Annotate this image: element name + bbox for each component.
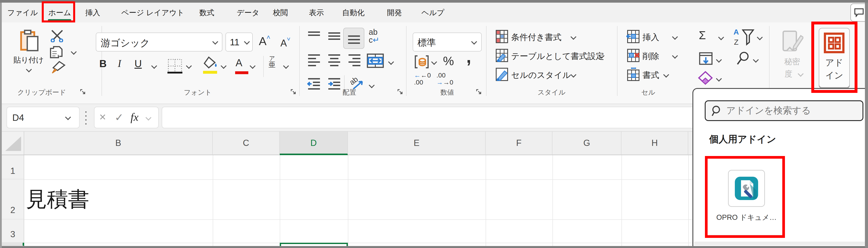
clipboard-group-label: クリップボード: [11, 88, 72, 97]
copy-icon[interactable]: [50, 46, 65, 58]
addin-search-box[interactable]: [705, 100, 863, 121]
tab-file[interactable]: ファイル: [7, 3, 38, 23]
column-header-G[interactable]: G: [553, 132, 621, 155]
merge-center-icon[interactable]: [367, 53, 384, 68]
group-separator: [617, 26, 618, 96]
column-header-E[interactable]: E: [348, 132, 486, 155]
percent-style-button[interactable]: %: [443, 54, 454, 68]
decrease-indent-icon[interactable]: [307, 77, 321, 91]
tab-view[interactable]: 表示: [309, 3, 324, 23]
frame-bottom: [2, 246, 865, 248]
name-box[interactable]: D4: [7, 107, 80, 128]
clipboard-dialog-launcher-icon[interactable]: [80, 88, 86, 95]
active-cell-selection[interactable]: [280, 243, 348, 246]
paste-button[interactable]: 貼り付け: [9, 26, 48, 77]
name-box-value: D4: [12, 112, 24, 123]
gridline: [486, 155, 486, 246]
paste-dropdown-chevron-icon[interactable]: [26, 66, 32, 73]
number-format-select[interactable]: 標準: [413, 33, 482, 52]
align-bottom-button-selected[interactable]: [343, 28, 364, 49]
align-top-icon[interactable]: [307, 31, 321, 43]
conditional-formatting-button[interactable]: 条件付き書式: [511, 32, 561, 43]
row-header-2[interactable]: 2: [2, 180, 24, 219]
insert-cells-button[interactable]: 挿入: [643, 32, 659, 43]
insert-function-button[interactable]: fx: [130, 111, 138, 123]
formula-bar-grip[interactable]: [85, 111, 87, 125]
tab-page-layout[interactable]: ページ レイアウト: [121, 3, 184, 23]
align-center-icon[interactable]: [328, 54, 341, 68]
cells-group-label: セル: [633, 88, 663, 97]
panel-scrollbar[interactable]: [694, 242, 868, 245]
row-header-4-selected[interactable]: [2, 243, 24, 246]
styles-group-label: スタイル: [525, 88, 578, 97]
excel-window: { "tabs": { "items": [ {"label":"ファイル"},…: [0, 0, 868, 248]
increase-decimal-button[interactable]: ←←0 .00: [414, 72, 431, 86]
format-painter-icon[interactable]: [49, 61, 66, 74]
delete-cells-icon[interactable]: [626, 48, 640, 62]
font-name-select[interactable]: 游ゴシック: [96, 33, 222, 52]
insert-cells-icon[interactable]: [626, 29, 640, 44]
conditional-formatting-icon[interactable]: [495, 29, 509, 44]
cell-b2-text[interactable]: 見積書: [26, 185, 89, 214]
wrap-text-icon[interactable]: ab c↵: [369, 28, 379, 44]
borders-icon[interactable]: [166, 58, 183, 74]
format-cells-icon[interactable]: [626, 67, 640, 81]
tab-help[interactable]: ヘルプ: [422, 3, 444, 23]
autosum-button[interactable]: Σ: [699, 29, 706, 42]
tab-review[interactable]: 校閲: [273, 3, 288, 23]
decrease-decimal-button[interactable]: .00 →→0: [436, 72, 453, 86]
number-dialog-launcher-icon[interactable]: [475, 88, 482, 95]
comma-style-button[interactable]: ,: [466, 47, 471, 67]
tab-formulas[interactable]: 数式: [199, 3, 214, 23]
align-bottom-icon: [347, 33, 361, 45]
fx-chevron-icon[interactable]: [146, 115, 151, 120]
fill-color-icon[interactable]: [203, 56, 218, 70]
column-header-F[interactable]: F: [486, 132, 553, 155]
phonetic-guide-button[interactable]: ア 亜: [269, 55, 276, 68]
format-as-table-button[interactable]: テーブルとして書式設定: [511, 51, 604, 62]
addin-search-input[interactable]: [726, 103, 859, 118]
align-right-icon[interactable]: [348, 54, 361, 68]
comment-icon: [854, 8, 864, 17]
align-middle-icon[interactable]: [328, 30, 341, 44]
shrink-font-button[interactable]: A˅: [280, 36, 290, 49]
font-name-chevron-icon: [212, 39, 218, 45]
cell-styles-icon[interactable]: [495, 67, 509, 81]
find-select-icon[interactable]: [737, 51, 751, 65]
align-left-icon[interactable]: [307, 54, 321, 68]
underline-button[interactable]: U: [134, 58, 142, 70]
tab-developer[interactable]: 開発: [387, 3, 402, 23]
cancel-button[interactable]: ×: [99, 110, 106, 123]
paste-icon: [19, 29, 41, 52]
format-as-table-icon[interactable]: [495, 48, 509, 62]
cut-icon[interactable]: [49, 29, 65, 42]
row-header-3[interactable]: 3: [2, 219, 24, 243]
font-dialog-launcher-icon[interactable]: [290, 88, 297, 95]
group-divider: [263, 56, 264, 77]
fill-down-icon[interactable]: [699, 52, 713, 65]
italic-button[interactable]: I: [118, 58, 121, 69]
grow-font-button[interactable]: A˄: [259, 33, 270, 48]
personal-addins-title: 個人用アドイン: [709, 133, 776, 146]
format-cells-button[interactable]: 書式: [643, 70, 659, 81]
column-header-B[interactable]: B: [24, 132, 213, 155]
font-size-select[interactable]: 11: [225, 33, 253, 52]
row-header-1[interactable]: 1: [2, 155, 24, 180]
enter-button[interactable]: ✓: [115, 111, 124, 123]
clear-icon[interactable]: [698, 71, 713, 85]
bold-button[interactable]: B: [99, 58, 106, 70]
name-box-chevron-icon[interactable]: [65, 114, 71, 120]
select-all-button[interactable]: [2, 132, 24, 155]
alignment-dialog-launcher-icon[interactable]: [397, 88, 403, 95]
tab-automate[interactable]: 自動化: [342, 3, 365, 23]
cell-styles-button[interactable]: セルのスタイル: [511, 70, 571, 81]
tab-data[interactable]: データ: [237, 3, 259, 23]
font-color-button[interactable]: A: [236, 57, 242, 68]
sort-filter-icon[interactable]: A Z: [734, 28, 758, 49]
tab-insert[interactable]: 挿入: [85, 3, 100, 23]
column-header-D-selected[interactable]: D: [280, 132, 348, 155]
accounting-icon[interactable]: [414, 54, 429, 70]
column-header-C[interactable]: C: [213, 132, 280, 155]
delete-cells-button[interactable]: 削除: [643, 51, 659, 62]
column-header-H[interactable]: H: [621, 132, 688, 155]
